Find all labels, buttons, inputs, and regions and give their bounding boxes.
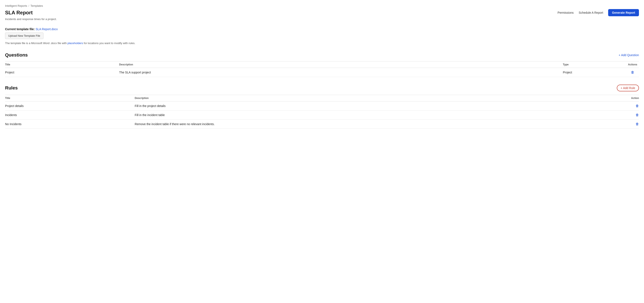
rule-action: 🗑 (603, 102, 639, 111)
breadcrumb: Intelligent Reports / Templates (5, 4, 639, 8)
template-help-text: The template file is a Microsoft Word .d… (5, 42, 639, 45)
header-actions: Permissions Schedule A Report Generate R… (558, 9, 639, 16)
questions-table-header: Title Description Type Actions (5, 61, 639, 68)
questions-header-row: Title Description Type Actions (5, 61, 639, 68)
template-label-text: Current template file: (5, 28, 35, 31)
rule-action: 🗑 (603, 120, 639, 129)
breadcrumb-parent-link[interactable]: Intelligent Reports (5, 4, 27, 8)
header-row: SLA Report Permissions Schedule A Report… (5, 9, 639, 16)
rules-col-title: Title (5, 95, 135, 102)
questions-section-title: Questions (5, 52, 28, 58)
breadcrumb-current: Templates (30, 4, 43, 8)
delete-rule-2-button[interactable]: 🗑 (636, 122, 639, 126)
rule-action: 🗑 (603, 111, 639, 120)
delete-question-button[interactable]: 🗑 (631, 71, 634, 74)
rule-title: Project details (5, 102, 135, 111)
add-question-button[interactable]: + Add Question (619, 53, 639, 57)
rule-title: No Incidents (5, 120, 135, 129)
table-row: Incidents Fill in the incident table 🗑 (5, 111, 639, 120)
page-subtitle: Incidents and response times for a proje… (5, 18, 639, 21)
breadcrumb-separator: / (28, 4, 29, 8)
question-description: The SLA support project (119, 68, 563, 77)
template-label: Current template file: SLA Report.docx (5, 28, 639, 31)
delete-rule-1-button[interactable]: 🗑 (636, 113, 639, 117)
generate-report-button[interactable]: Generate Report (608, 9, 639, 16)
template-file-link[interactable]: SLA Report.docx (36, 28, 58, 31)
rule-description: Remove the incident table if there were … (135, 120, 603, 129)
schedule-report-button[interactable]: Schedule A Report (579, 11, 603, 14)
questions-col-actions: Actions (626, 61, 639, 68)
template-help-suffix: for locations you want to modify with ru… (83, 42, 136, 45)
upload-template-button[interactable]: Upload New Template File (5, 33, 44, 39)
page-title: SLA Report (5, 10, 33, 16)
questions-section-header: Questions + Add Question (5, 52, 639, 58)
add-rule-button[interactable]: + Add Rule (617, 85, 639, 91)
rules-table-header: Title Description Action (5, 95, 639, 102)
template-help-prefix: The template file is a Microsoft Word .d… (5, 42, 68, 45)
rules-header-row: Title Description Action (5, 95, 639, 102)
questions-table: Title Description Type Actions Project T… (5, 61, 639, 77)
rules-col-action: Action (603, 95, 639, 102)
rules-section-header: Rules + Add Rule (5, 85, 639, 91)
rule-description: Fill in the project details (135, 102, 603, 111)
question-type: Project (563, 68, 626, 77)
rule-description: Fill in the incident table (135, 111, 603, 120)
permissions-button[interactable]: Permissions (558, 11, 574, 14)
delete-rule-0-button[interactable]: 🗑 (636, 104, 639, 108)
questions-col-type: Type (563, 61, 626, 68)
rules-section-title: Rules (5, 85, 18, 91)
table-row: Project details Fill in the project deta… (5, 102, 639, 111)
rules-table: Title Description Action Project details… (5, 95, 639, 129)
table-row: No Incidents Remove the incident table i… (5, 120, 639, 129)
question-title: Project (5, 68, 119, 77)
table-row: Project The SLA support project Project … (5, 68, 639, 77)
rules-col-description: Description (135, 95, 603, 102)
rule-title: Incidents (5, 111, 135, 120)
questions-table-body: Project The SLA support project Project … (5, 68, 639, 77)
template-section: Current template file: SLA Report.docx U… (5, 28, 639, 45)
question-actions: 🗑 (626, 68, 639, 77)
placeholders-link[interactable]: placeholders (68, 42, 83, 45)
questions-col-description: Description (119, 61, 563, 68)
rules-table-body: Project details Fill in the project deta… (5, 102, 639, 129)
questions-col-title: Title (5, 61, 119, 68)
